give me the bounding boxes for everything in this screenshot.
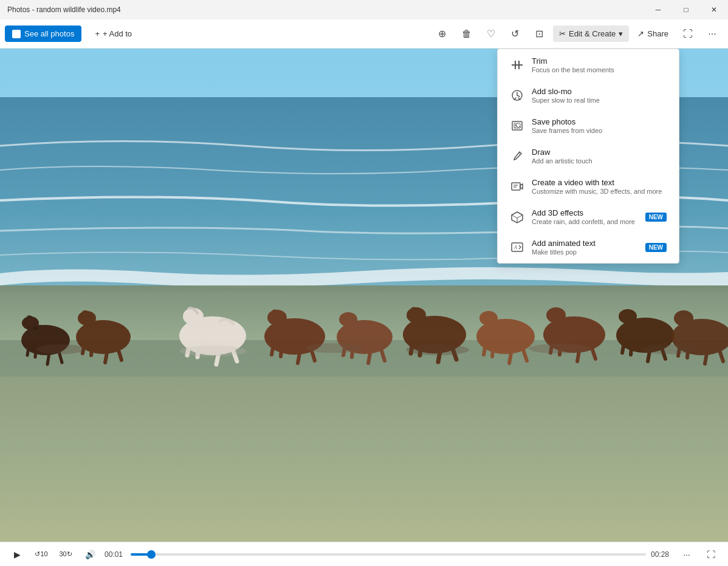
- svg-rect-8: [33, 327, 37, 330]
- crop-button[interactable]: ⊡: [529, 23, 551, 45]
- toolbar: See all photos + + Add to ⊕ 🗑 ♡ ↺ ⊡ ✂ Ed…: [0, 19, 728, 49]
- play-icon: ▶: [14, 550, 21, 559]
- menu-item-trim[interactable]: Trim Focus on the best moments: [500, 50, 676, 80]
- svg-point-80: [529, 344, 589, 353]
- rotate-button[interactable]: ↺: [504, 23, 526, 45]
- window-title: Photos - random wildlife video.mp4: [7, 5, 121, 14]
- crop-icon: ⊡: [535, 28, 543, 39]
- more-options-button[interactable]: ···: [701, 23, 723, 45]
- menu-item-slo-mo[interactable]: Add slo-mo Super slow to real time: [500, 81, 676, 110]
- draw-icon: [510, 149, 524, 163]
- zoom-button[interactable]: ⊕: [431, 23, 453, 45]
- add-icon: +: [95, 29, 100, 38]
- minimize-button[interactable]: ─: [644, 0, 672, 19]
- scissors-icon: ✂: [559, 29, 566, 38]
- ellipsis-icon: ···: [683, 550, 690, 559]
- animated-text-icon: A: [510, 240, 524, 254]
- menu-item-draw[interactable]: Draw Add an artistic touch: [500, 142, 676, 171]
- svg-point-29: [267, 310, 287, 326]
- 3d-effects-new-badge: NEW: [645, 213, 667, 222]
- fullscreen-icon: ⛶: [707, 550, 715, 559]
- edit-create-dropdown: Trim Focus on the best moments Add slo-m…: [497, 49, 679, 264]
- svg-point-36: [339, 312, 357, 327]
- main-content: Trim Focus on the best moments Add slo-m…: [0, 49, 728, 542]
- rewind-10-button[interactable]: ↺10: [32, 545, 51, 564]
- svg-line-31: [281, 336, 283, 356]
- chevron-down-icon: ▾: [619, 29, 623, 38]
- fullscreen-button[interactable]: ⛶: [701, 545, 721, 564]
- zoom-icon: ⊕: [438, 28, 446, 39]
- menu-item-video-text[interactable]: Create a video with text Customize with …: [500, 172, 676, 201]
- play-button[interactable]: ▶: [7, 545, 27, 564]
- duration: 00:28: [651, 550, 672, 559]
- menu-item-save-photos[interactable]: Save photos Save frames from video: [500, 111, 676, 140]
- save-photos-icon: [510, 118, 524, 133]
- svg-marker-95: [512, 212, 523, 218]
- svg-rect-88: [512, 121, 522, 130]
- svg-rect-84: [518, 61, 520, 64]
- svg-rect-91: [512, 183, 520, 190]
- heart-icon: ♡: [487, 28, 495, 39]
- 3d-effects-icon: [510, 210, 524, 224]
- share-button[interactable]: ↗ Share: [631, 26, 675, 42]
- window-controls: ─ □ ✕: [644, 0, 728, 19]
- svg-point-81: [641, 344, 696, 354]
- svg-point-64: [619, 309, 637, 324]
- svg-text:A: A: [513, 245, 517, 250]
- more-icon: ···: [708, 29, 716, 39]
- slo-mo-icon: [510, 88, 524, 103]
- svg-point-15: [78, 311, 96, 326]
- animated-text-new-badge: NEW: [645, 243, 667, 252]
- volume-icon: 🔊: [85, 550, 95, 559]
- player-controls: ▶ ↺10 30↻ 🔊 00:01 00:28 ··· ⛶: [0, 542, 728, 566]
- svg-point-77: [179, 346, 246, 356]
- svg-point-76: [36, 344, 85, 354]
- delete-button[interactable]: 🗑: [456, 23, 478, 45]
- trim-icon: [510, 58, 524, 72]
- menu-item-3d-effects[interactable]: Add 3D effects Create rain, add confetti…: [500, 202, 676, 231]
- rotate-icon: ↺: [511, 28, 519, 39]
- svg-line-66: [631, 334, 633, 355]
- maximize-button[interactable]: □: [672, 0, 700, 19]
- favorite-button[interactable]: ♡: [480, 23, 502, 45]
- svg-line-10: [35, 339, 36, 357]
- menu-item-animated-text[interactable]: A Add animated text Make titles pop NEW: [500, 233, 676, 262]
- forward-icon: 30↻: [59, 550, 72, 558]
- close-button[interactable]: ✕: [700, 0, 728, 19]
- fit-icon: ⛶: [683, 29, 693, 39]
- edit-create-button[interactable]: ✂ Edit & Create ▾: [553, 26, 629, 42]
- delete-icon: 🗑: [462, 29, 472, 39]
- rewind-icon: ↺10: [35, 550, 47, 558]
- title-bar: Photos - random wildlife video.mp4 ─ □ ✕: [0, 0, 728, 19]
- svg-rect-86: [518, 66, 520, 69]
- svg-line-52: [492, 336, 494, 356]
- add-to-button[interactable]: + + Add to: [89, 26, 138, 41]
- svg-point-43: [407, 307, 426, 323]
- current-time: 00:01: [105, 550, 126, 559]
- svg-rect-82: [512, 64, 523, 66]
- photos-icon: [12, 30, 21, 38]
- video-text-icon: [510, 179, 524, 194]
- forward-30-button[interactable]: 30↻: [56, 545, 75, 564]
- volume-button[interactable]: 🔊: [80, 545, 100, 564]
- see-all-photos-button[interactable]: See all photos: [5, 26, 81, 42]
- svg-point-79: [406, 344, 469, 355]
- share-icon: ↗: [637, 29, 644, 38]
- more-player-options-button[interactable]: ···: [677, 545, 696, 564]
- progress-thumb[interactable]: [147, 550, 156, 559]
- svg-point-90: [515, 124, 517, 126]
- svg-rect-85: [515, 66, 516, 69]
- svg-line-17: [91, 336, 93, 355]
- svg-point-71: [674, 310, 693, 326]
- svg-point-50: [479, 311, 498, 326]
- svg-point-78: [305, 343, 363, 353]
- progress-bar[interactable]: [131, 553, 646, 556]
- fit-window-button[interactable]: ⛶: [677, 23, 699, 45]
- svg-rect-83: [515, 61, 516, 64]
- svg-point-57: [546, 307, 566, 323]
- svg-point-22: [183, 308, 204, 325]
